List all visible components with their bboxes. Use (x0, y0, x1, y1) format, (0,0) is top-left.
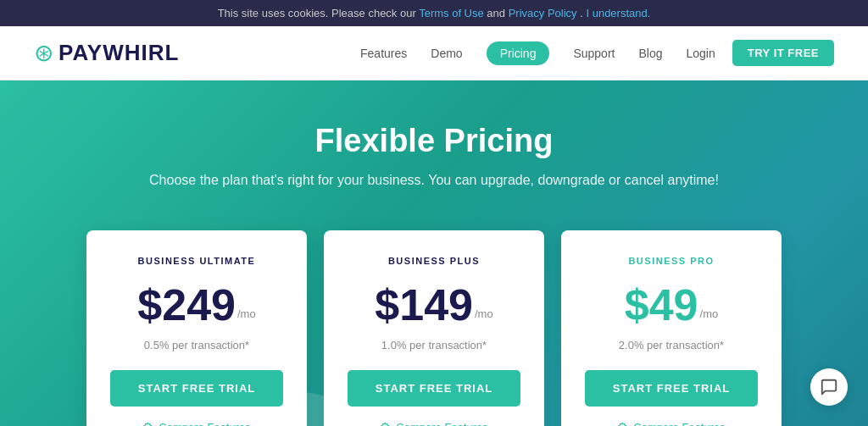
plan-pro-period: /mo (700, 307, 719, 320)
logo-text: PAYWHIRL (58, 40, 179, 66)
pricing-cards: BUSINESS ULTIMATE $249 /mo 0.5% per tran… (34, 230, 834, 426)
plan-plus-price: $149 (375, 283, 473, 327)
logo[interactable]: ⊛ PAYWHIRL (34, 39, 179, 67)
plan-plus-trial-button[interactable]: START FREE TRIAL (348, 370, 520, 407)
hero-title: Flexible Pricing (34, 123, 834, 159)
privacy-policy-link[interactable]: Privacy Policy (509, 7, 577, 19)
plan-pro-title: BUSINESS PRO (585, 256, 758, 266)
plan-plus-title: BUSINESS PLUS (348, 256, 520, 266)
plan-ultimate-period: /mo (237, 307, 256, 320)
gear-icon-pro: ⚙ (617, 420, 628, 426)
plan-ultimate-transaction: 0.5% per transaction* (110, 339, 283, 351)
plan-ultimate-compare-link[interactable]: ⚙ Compare Features (110, 420, 283, 426)
nav-item-login[interactable]: Login (687, 47, 715, 60)
nav-item-blog[interactable]: Blog (638, 47, 662, 60)
plan-pro-transaction: 2.0% per transaction* (585, 339, 758, 351)
nav-item-pricing[interactable]: Pricing (487, 41, 550, 65)
understand-link[interactable]: I understand. (586, 7, 650, 19)
nav-item-support[interactable]: Support (573, 47, 615, 60)
plan-plus-compare-link[interactable]: ⚙ Compare Features (348, 420, 520, 426)
gear-icon-plus: ⚙ (380, 420, 391, 426)
plan-plus-transaction: 1.0% per transaction* (348, 339, 520, 351)
plan-plus-period: /mo (475, 307, 493, 320)
gear-icon: ⚙ (142, 420, 153, 426)
hero-section: Flexible Pricing Choose the plan that's … (0, 80, 868, 426)
plan-plus-price-row: $149 /mo (348, 283, 520, 327)
cookie-text-middle: and (487, 7, 508, 19)
cookie-text-before: This site uses cookies. Please check our (218, 7, 420, 19)
nav-item-features[interactable]: Features (360, 47, 407, 60)
terms-of-use-link[interactable]: Terms of Use (419, 7, 484, 19)
logo-icon: ⊛ (34, 39, 53, 67)
hero-subtitle: Choose the plan that's right for your bu… (34, 173, 834, 188)
chat-icon (820, 378, 838, 396)
nav-item-demo[interactable]: Demo (431, 47, 462, 60)
try-it-free-button[interactable]: TRY IT FREE (732, 40, 834, 66)
plan-ultimate-title: BUSINESS ULTIMATE (110, 256, 283, 266)
plan-ultimate-price: $249 (137, 283, 236, 327)
cookie-bar: This site uses cookies. Please check our… (0, 0, 868, 26)
plan-ultimate-trial-button[interactable]: START FREE TRIAL (110, 370, 283, 407)
plan-pro: BUSINESS PRO $49 /mo 2.0% per transactio… (561, 230, 782, 426)
plan-ultimate-price-row: $249 /mo (110, 283, 283, 327)
plan-ultimate: BUSINESS ULTIMATE $249 /mo 0.5% per tran… (86, 230, 307, 426)
plan-pro-trial-button[interactable]: START FREE TRIAL (585, 370, 758, 407)
plan-plus: BUSINESS PLUS $149 /mo 1.0% per transact… (324, 230, 544, 426)
navbar: ⊛ PAYWHIRL Features Demo Pricing Support… (0, 26, 868, 80)
plan-pro-compare-link[interactable]: ⚙ Compare Features (585, 420, 758, 426)
plan-pro-price: $49 (625, 283, 698, 327)
chat-button[interactable] (810, 368, 848, 406)
plan-pro-price-row: $49 /mo (585, 283, 758, 327)
nav-links: Features Demo Pricing Support Blog Login (360, 46, 715, 61)
